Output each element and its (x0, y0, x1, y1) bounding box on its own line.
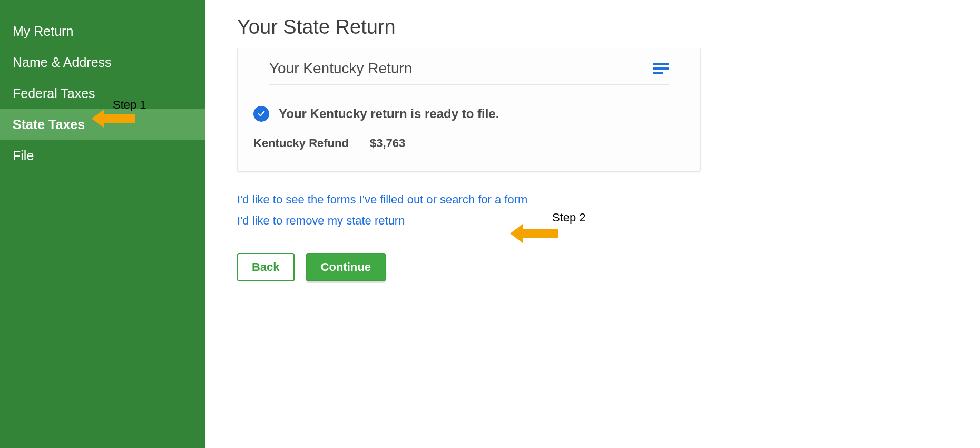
sidebar-item-federal-taxes[interactable]: Federal Taxes (0, 78, 205, 109)
svg-rect-2 (653, 72, 663, 74)
card-title: Your Kentucky Return (269, 60, 412, 77)
sidebar: My Return Name & Address Federal Taxes S… (0, 0, 205, 448)
refund-amount: $3,763 (370, 137, 405, 150)
refund-label: Kentucky Refund (253, 137, 349, 150)
back-button[interactable]: Back (237, 253, 295, 281)
refund-row: Kentucky Refund $3,763 (253, 137, 684, 150)
checkmark-icon (253, 106, 269, 122)
svg-rect-1 (653, 67, 669, 70)
remove-state-link[interactable]: I'd like to remove my state return (237, 214, 948, 228)
sidebar-item-my-return[interactable]: My Return (0, 16, 205, 47)
card-menu-icon[interactable] (653, 63, 669, 74)
annotation-step-2: Step 2 (522, 227, 595, 240)
sidebar-item-state-taxes[interactable]: State Taxes (0, 109, 205, 140)
svg-rect-0 (653, 63, 669, 65)
main-content: Your State Return Your Kentucky Return (205, 0, 980, 448)
status-row: Your Kentucky return is ready to file. (253, 106, 684, 122)
page-title: Your State Return (237, 16, 948, 38)
continue-button[interactable]: Continue (306, 253, 386, 281)
action-links: I'd like to see the forms I've filled ou… (237, 193, 948, 228)
sidebar-item-name-address[interactable]: Name & Address (0, 47, 205, 78)
button-row: Back Continue (237, 253, 948, 281)
status-text: Your Kentucky return is ready to file. (279, 106, 499, 121)
sidebar-item-file[interactable]: File (0, 140, 205, 171)
state-return-card: Your Kentucky Return Your Kentucky retur… (237, 48, 701, 172)
see-forms-link[interactable]: I'd like to see the forms I've filled ou… (237, 193, 948, 207)
